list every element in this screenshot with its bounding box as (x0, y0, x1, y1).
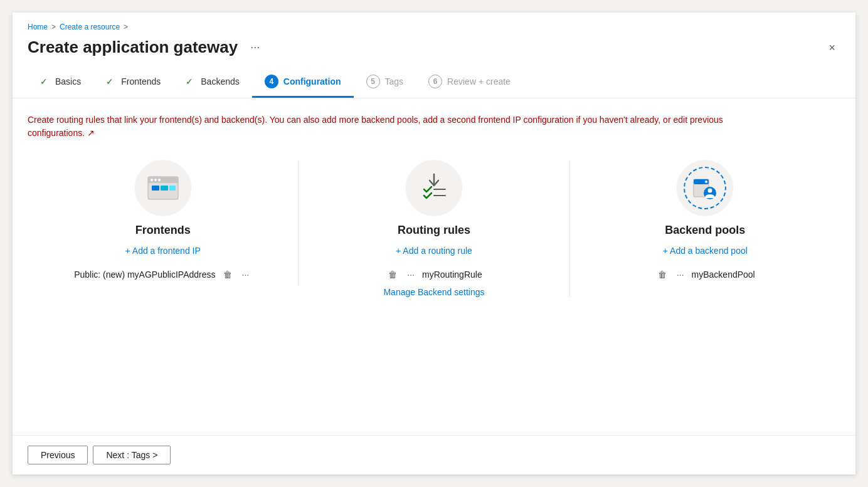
tab-tags[interactable]: 5 Tags (354, 67, 416, 98)
backends-item-row: 🗑 ··· myBackendPool (580, 268, 830, 281)
routing-delete-button[interactable]: 🗑 (386, 268, 400, 281)
breadcrumb-sep1: > (51, 23, 56, 31)
previous-button[interactable]: Previous (28, 446, 88, 464)
frontends-title: Frontends (135, 224, 191, 237)
columns-area: Frontends + Add a frontend IP Public: (n… (28, 160, 840, 297)
frontends-item-row: Public: (new) myAGPublicIPAddress 🗑 ··· (38, 268, 288, 281)
next-button[interactable]: Next : Tags > (93, 446, 171, 464)
frontends-column: Frontends + Add a frontend IP Public: (n… (28, 160, 299, 286)
backends-icon-wrap (677, 160, 733, 216)
tab-configuration[interactable]: 4 Configuration (252, 67, 354, 98)
review-num: 6 (428, 75, 442, 88)
panel-header: Home > Create a resource > Create applic… (13, 13, 855, 98)
manage-backend-settings-link[interactable]: Manage Backend settings (383, 287, 484, 297)
svg-point-13 (705, 181, 707, 183)
tabs-bar: ✓ Basics ✓ Frontends ✓ Backends 4 Config… (28, 67, 840, 98)
info-description: Create routing rules that link your fron… (28, 113, 780, 140)
backends-icon (691, 174, 719, 202)
svg-rect-4 (169, 186, 176, 191)
tab-frontends-label: Frontends (121, 76, 161, 86)
tab-backends[interactable]: ✓ Backends (173, 69, 251, 96)
frontends-more-button[interactable]: ··· (240, 268, 252, 281)
create-gateway-panel: Home > Create a resource > Create applic… (13, 13, 855, 474)
backends-icon-dashed (684, 167, 726, 209)
breadcrumb-home[interactable]: Home (28, 23, 48, 31)
backends-column: Backend pools + Add a backend pool 🗑 ···… (570, 160, 840, 286)
routing-title: Routing rules (398, 224, 470, 237)
configuration-num: 4 (265, 75, 278, 88)
title-row: Create application gateway ··· × (28, 38, 840, 57)
learn-more-link[interactable]: ↗ (87, 128, 95, 138)
ellipsis-button[interactable]: ··· (245, 38, 265, 56)
frontends-delete-button[interactable]: 🗑 (221, 268, 235, 281)
routing-item-label: myRoutingRule (422, 270, 482, 280)
close-button[interactable]: × (823, 39, 840, 56)
backends-title: Backend pools (665, 224, 745, 237)
routing-icon (418, 173, 450, 203)
svg-rect-2 (152, 186, 159, 191)
routing-item-sub: 🗑 ··· myRoutingRule Manage Backend setti… (309, 268, 559, 297)
frontends-check-icon: ✓ (106, 76, 116, 86)
svg-rect-3 (161, 186, 168, 191)
frontends-icon-circle (135, 160, 191, 216)
tab-review[interactable]: 6 Review + create (416, 67, 523, 98)
frontends-icon (147, 175, 179, 201)
svg-point-5 (151, 179, 153, 181)
panel-footer: Previous Next : Tags > (13, 435, 855, 474)
routing-more-button[interactable]: ··· (405, 268, 417, 281)
add-backend-pool-link[interactable]: + Add a backend pool (663, 246, 748, 256)
tab-backends-label: Backends (201, 76, 239, 86)
breadcrumb: Home > Create a resource > (28, 23, 840, 31)
breadcrumb-create-resource[interactable]: Create a resource (60, 23, 120, 31)
svg-point-6 (154, 179, 157, 181)
routing-icon-circle (406, 160, 462, 216)
basics-check-icon: ✓ (40, 76, 50, 86)
routing-item-row: 🗑 ··· myRoutingRule (309, 268, 559, 281)
backends-delete-button[interactable]: 🗑 (655, 268, 669, 281)
breadcrumb-sep2: > (124, 23, 128, 31)
page-title: Create application gateway (28, 38, 238, 57)
tags-num: 5 (366, 75, 380, 88)
panel-content: Create routing rules that link your fron… (13, 98, 855, 435)
tab-configuration-label: Configuration (283, 76, 341, 86)
tab-review-label: Review + create (447, 76, 511, 86)
tab-tags-label: Tags (385, 76, 404, 86)
routing-column: Routing rules + Add a routing rule 🗑 ···… (299, 160, 569, 297)
backends-more-button[interactable]: ··· (674, 268, 687, 281)
svg-point-15 (708, 189, 712, 193)
svg-point-7 (158, 179, 161, 181)
add-routing-rule-link[interactable]: + Add a routing rule (396, 246, 472, 256)
tab-basics[interactable]: ✓ Basics (28, 69, 93, 96)
frontends-item-label: Public: (new) myAGPublicIPAddress (74, 270, 215, 280)
tab-basics-label: Basics (55, 76, 81, 86)
tab-frontends[interactable]: ✓ Frontends (93, 69, 173, 96)
title-left: Create application gateway ··· (28, 38, 265, 57)
backends-check-icon: ✓ (186, 76, 196, 86)
add-frontend-ip-link[interactable]: + Add a frontend IP (125, 246, 201, 256)
backends-item-label: myBackendPool (692, 270, 755, 280)
